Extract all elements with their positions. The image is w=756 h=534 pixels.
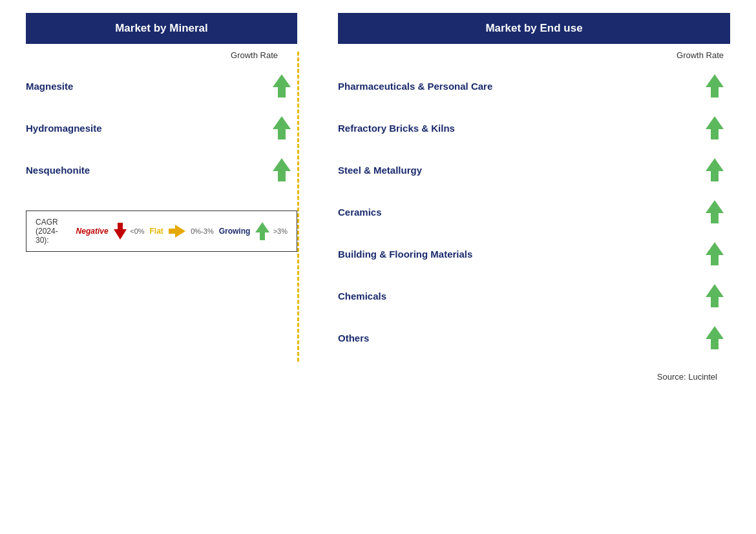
growth-arrow-up-icon [273, 158, 291, 181]
right-growth-label: Growth Rate [338, 50, 730, 60]
legend-cagr-label: CAGR(2024-30): [36, 218, 67, 245]
item-label-ceramics: Ceramics [338, 207, 706, 218]
right-panel: Market by End use Growth Rate Pharmaceut… [299, 13, 730, 382]
legend-negative-label: Negative [76, 227, 109, 236]
item-label-refractory: Refractory Bricks & Kilns [338, 123, 706, 134]
legend-growing-label: Growing [219, 227, 251, 236]
item-label-magnesite: Magnesite [26, 81, 273, 92]
item-label-nesquehonite: Nesquehonite [26, 165, 273, 176]
list-item: Nesquehonite [26, 149, 297, 191]
growth-arrow-up-icon [273, 116, 291, 139]
growth-arrow-up-icon [706, 116, 724, 139]
list-item: Refractory Bricks & Kilns [338, 107, 730, 149]
legend-flat-label: Flat [150, 227, 163, 236]
growth-arrow-up-icon [706, 74, 724, 98]
item-label-chemicals: Chemicals [338, 291, 706, 302]
legend-growing-range: >3% [273, 227, 288, 235]
item-label-others: Others [338, 333, 706, 344]
orange-right-arrow-icon [169, 225, 185, 238]
legend-negative-range: <0% [130, 227, 144, 235]
item-label-pharma: Pharmaceuticals & Personal Care [338, 79, 706, 93]
list-item: Magnesite [26, 65, 297, 107]
list-item: Hydromagnesite [26, 107, 297, 149]
legend-box: CAGR(2024-30): Negative <0% Flat 0%-3% G… [26, 211, 297, 252]
source-text: Source: Lucintel [338, 372, 730, 382]
left-growth-label: Growth Rate [26, 50, 297, 60]
list-item: Steel & Metallurgy [338, 149, 730, 191]
red-down-arrow-icon [114, 223, 125, 240]
legend-flat-range: 0%-3% [191, 227, 213, 235]
list-item: Building & Flooring Materials [338, 233, 730, 275]
green-up-arrow-sm-icon [255, 222, 268, 240]
growth-arrow-up-icon [706, 158, 724, 181]
left-header: Market by Mineral [26, 13, 297, 44]
growth-arrow-up-icon [706, 284, 724, 307]
growth-arrow-up-icon [706, 242, 724, 265]
growth-arrow-up-icon [706, 326, 724, 349]
right-header: Market by End use [338, 13, 730, 44]
item-label-steel: Steel & Metallurgy [338, 165, 706, 176]
list-item: Chemicals [338, 275, 730, 317]
growth-arrow-up-icon [706, 200, 724, 223]
list-item: Ceramics [338, 191, 730, 233]
growth-arrow-up-icon [273, 74, 291, 98]
list-item: Others [338, 317, 730, 359]
item-label-hydromagnesite: Hydromagnesite [26, 123, 273, 134]
list-item: Pharmaceuticals & Personal Care [338, 65, 730, 107]
left-panel: Market by Mineral Growth Rate Magnesite … [26, 13, 297, 382]
item-label-building: Building & Flooring Materials [338, 249, 706, 260]
